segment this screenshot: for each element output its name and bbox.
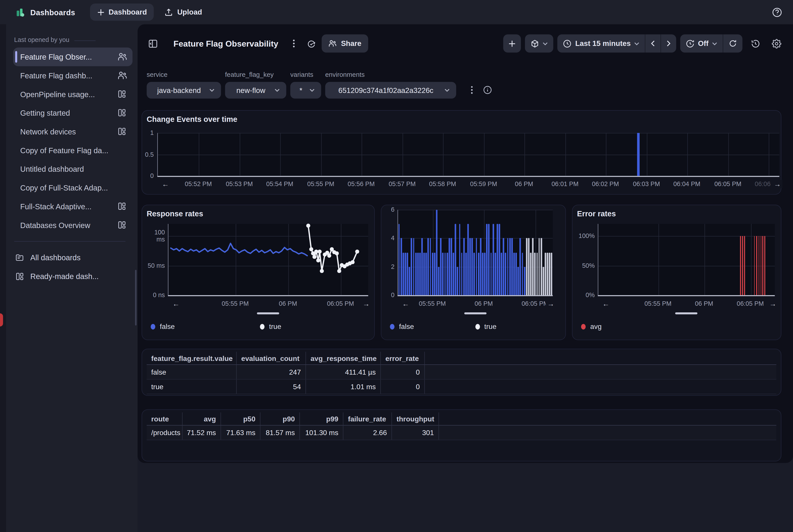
value-bar	[513, 252, 515, 295]
table-cell: 411.41 µs	[306, 365, 381, 379]
filter-dropdown-variants[interactable]: *	[290, 82, 321, 99]
sidebar-item-full-stack-adaptive[interactable]: Full-Stack Adaptive...	[13, 197, 132, 216]
legend-dot	[151, 324, 155, 329]
x-tick-label: 05:52 PM	[185, 180, 212, 187]
column-header-p99[interactable]: p99	[300, 412, 344, 425]
filter-dropdown-environments[interactable]: 651209c374a1f02aa2a3226c	[325, 82, 456, 99]
table-header-row: routeavgp50p90p99failure_ratethroughput	[147, 412, 776, 425]
filters-info-button[interactable]	[483, 86, 492, 96]
x-tick-label: 05:55 PM	[307, 180, 334, 187]
sidebar-item-untitled-dashboard[interactable]: Untitled dashboard	[13, 159, 132, 178]
chart-plot-error-rates[interactable]: 100%50%0%	[598, 224, 775, 296]
column-header-route[interactable]: route	[147, 412, 183, 425]
history-button[interactable]	[746, 35, 763, 52]
view-mode-button[interactable]	[525, 34, 554, 53]
column-header-error-rate[interactable]: error_rate	[381, 352, 425, 364]
gridline	[705, 224, 705, 295]
filters-menu-button[interactable]	[471, 86, 473, 96]
chart-plot-evaluation-counts[interactable]: 6420	[398, 210, 553, 296]
x-tick-label: 05:53 PM	[226, 180, 253, 187]
column-header-p50[interactable]: p50	[221, 412, 261, 425]
value-bar	[503, 238, 504, 295]
sidebar-item-feature-flag-obser[interactable]: Feature Flag Obser...	[13, 48, 132, 66]
sidebar-item-databases-overview[interactable]: Databases Overview	[13, 216, 132, 235]
sidebar-item-openpipeline-usage[interactable]: OpenPipeline usage...	[13, 85, 132, 104]
legend-item-true[interactable]: true	[260, 323, 369, 331]
legend-item-false[interactable]: false	[390, 323, 475, 331]
sidebar-item-feature-flag-dashb[interactable]: Feature Flag dashb...	[13, 66, 132, 85]
add-panel-button[interactable]	[503, 34, 521, 53]
settings-button[interactable]	[768, 35, 785, 52]
legend-item-false[interactable]: false	[151, 323, 260, 331]
sidebar-scrollbar[interactable]	[135, 270, 136, 326]
chart-plot-response-rates[interactable]: 100 ms50 ms0 ns	[168, 224, 368, 296]
help-button[interactable]	[771, 7, 782, 18]
people-icon	[328, 39, 337, 48]
time-range-button[interactable]: Last 15 minutes	[557, 34, 645, 53]
dashboard-menu-button[interactable]	[285, 35, 302, 52]
sidebar-item-copy-of-feature-flag-da[interactable]: Copy of Feature Flag da...	[13, 141, 132, 160]
collapse-sidebar-button[interactable]	[144, 35, 162, 52]
sidebar-item-network-devices[interactable]: Network devices	[13, 122, 132, 141]
legend-item-true[interactable]: true	[475, 323, 560, 331]
panel-change-events: Change Events over time 10.50 05:52 PM05…	[142, 110, 781, 194]
time-shift-forward-button[interactable]	[661, 34, 676, 53]
pan-indicator[interactable]	[257, 312, 279, 314]
pan-left-arrow[interactable]: ←	[160, 180, 170, 188]
sidebar-item-getting-started[interactable]: Getting started	[13, 103, 132, 122]
column-header-avg[interactable]: avg	[183, 412, 221, 425]
time-shift-back-button[interactable]	[645, 34, 661, 53]
upload-button[interactable]: Upload	[158, 3, 209, 21]
value-bar	[421, 238, 423, 295]
sidebar-item-all-dashboards[interactable]: All dashboards	[13, 248, 132, 267]
value-bar	[545, 252, 546, 295]
table-body: /products71.52 ms71.63 ms81.57 ms101.30 …	[147, 425, 776, 440]
table-cell: 81.57 ms	[260, 425, 300, 440]
auto-refresh-button[interactable]: Off	[680, 34, 723, 53]
line-series-layer	[168, 224, 368, 295]
pan-indicator[interactable]	[675, 312, 698, 314]
sync-status-button[interactable]	[302, 35, 320, 52]
sidebar-item-ready-made-dash[interactable]: Ready-made dash...	[13, 267, 132, 286]
column-header-p90[interactable]: p90	[260, 412, 300, 425]
pan-indicator[interactable]	[464, 312, 486, 314]
chart-plot-change-events[interactable]: 10.50	[157, 133, 779, 177]
x-tick-label: 06:05 PM	[327, 300, 354, 307]
table-cell-spacer	[425, 365, 776, 379]
dashboards-logo-icon	[15, 7, 26, 17]
pan-right-arrow[interactable]: →	[768, 300, 778, 308]
value-bar	[459, 224, 460, 295]
refresh-group: Off	[680, 34, 742, 53]
pan-left-arrow[interactable]: ←	[601, 300, 611, 308]
new-dashboard-button[interactable]: Dashboard	[90, 3, 154, 21]
column-header-avg-response-time[interactable]: avg_response_time	[306, 352, 381, 364]
plus-icon	[97, 8, 105, 16]
value-bar	[453, 252, 454, 295]
column-header-failure-rate[interactable]: failure_rate	[344, 412, 392, 425]
value-bar	[428, 238, 429, 295]
app-brand[interactable]: Dashboards	[15, 7, 75, 17]
filter-value: 651209c374a1f02aa2a3226c	[332, 86, 440, 94]
gridline	[280, 133, 281, 176]
event-bar	[764, 236, 766, 295]
pan-right-arrow[interactable]: →	[361, 300, 371, 308]
refresh-button[interactable]	[723, 34, 742, 53]
column-header-evaluation-count[interactable]: evaluation_count	[237, 352, 306, 364]
value-bar	[440, 238, 442, 295]
share-button[interactable]: Share	[322, 34, 368, 53]
filter-dropdown-service[interactable]: java-backend	[147, 82, 221, 99]
pan-right-arrow[interactable]: →	[772, 180, 782, 188]
pan-left-arrow[interactable]: ←	[171, 300, 181, 308]
pan-left-arrow[interactable]: ←	[401, 300, 411, 308]
legend-item-avg[interactable]: avg	[581, 323, 679, 331]
pan-right-arrow[interactable]: →	[546, 300, 556, 308]
value-bar	[540, 238, 542, 295]
sidebar-item-copy-of-full-stack-adap[interactable]: Copy of Full-Stack Adap...	[13, 178, 132, 197]
column-header-throughput[interactable]: throughput	[392, 412, 439, 425]
table-cell: /products	[147, 425, 183, 440]
column-header-feature-flag-result-value[interactable]: feature_flag.result.value	[147, 352, 237, 364]
gridline	[362, 133, 362, 176]
filter-dropdown-feature_flag_key[interactable]: new-flow	[225, 82, 286, 99]
table-cell: 0	[381, 379, 425, 394]
value-bar	[465, 252, 466, 295]
